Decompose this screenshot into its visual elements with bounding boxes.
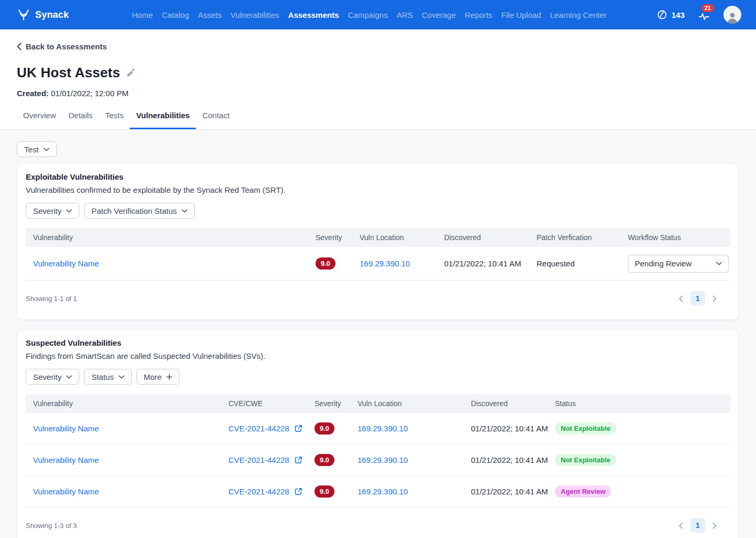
external-link-icon[interactable] bbox=[295, 488, 302, 495]
status-badge: Not Exploitable bbox=[555, 422, 616, 434]
nav-item-ars[interactable]: ARS bbox=[396, 11, 413, 19]
vulnerability-name-link[interactable]: Vulnerability Name bbox=[33, 259, 99, 268]
severity-filter-dropdown[interactable]: Severity bbox=[26, 369, 79, 385]
plus-icon bbox=[166, 374, 172, 380]
page-header: Back to Assessments UK Host Assets Creat… bbox=[0, 29, 756, 130]
suspected-card-title: Suspected Vulnerabilities bbox=[26, 338, 730, 347]
created-date: Created: 01/01/2022; 12:00 PM bbox=[17, 89, 739, 98]
column-header-discovered: Discovered bbox=[471, 399, 555, 408]
pagination-next-button[interactable] bbox=[712, 522, 717, 529]
pagination-page-1[interactable]: 1 bbox=[690, 291, 705, 306]
nav-menu: Home Catalog Assets Vulnerabilities Asse… bbox=[132, 11, 606, 19]
vuln-location-link[interactable]: 169.29.390.10 bbox=[358, 487, 408, 496]
status-badge: Agent Review bbox=[555, 485, 611, 498]
external-link-icon[interactable] bbox=[295, 425, 302, 432]
workflow-status-select[interactable]: Pending Review bbox=[628, 255, 729, 273]
nav-right-controls: 143 21 bbox=[657, 6, 741, 24]
assessment-tabs: Overview Details Tests Vulnerabilities C… bbox=[17, 111, 739, 129]
nav-item-reports[interactable]: Reports bbox=[465, 11, 492, 19]
vuln-location-link[interactable]: 169.29.390.10 bbox=[358, 456, 408, 464]
column-header-discovered: Discovered bbox=[444, 233, 537, 242]
vulnerability-name-link[interactable]: Vulnerability Name bbox=[33, 487, 99, 496]
tab-tests[interactable]: Tests bbox=[99, 111, 130, 129]
nav-item-learning-center[interactable]: Learning Center bbox=[550, 11, 607, 19]
vuln-location-link[interactable]: 169.29.390.10 bbox=[360, 259, 410, 268]
column-header-status: Status bbox=[555, 399, 731, 408]
vulnerability-name-link[interactable]: Vulnerability Name bbox=[33, 424, 99, 433]
chevron-down-icon bbox=[66, 375, 72, 379]
table-row: Vulnerability Name CVE-2021-44228 9.0 16… bbox=[26, 476, 730, 508]
chevron-down-icon bbox=[66, 209, 72, 213]
nav-item-vulnerabilities[interactable]: Vulnerabilities bbox=[230, 11, 279, 19]
severity-filter-label: Severity bbox=[33, 206, 61, 215]
chevron-down-icon bbox=[44, 148, 49, 151]
pagination-prev-button[interactable] bbox=[679, 295, 683, 302]
column-header-severity: Severity bbox=[316, 233, 360, 242]
cve-link[interactable]: CVE-2021-44228 bbox=[228, 424, 289, 433]
discovered-value: 01/21/2022; 10:41 AM bbox=[444, 259, 537, 268]
test-dropdown[interactable]: Test bbox=[17, 141, 57, 157]
column-header-cve-cwe: CVE/CWE bbox=[228, 399, 314, 408]
severity-badge: 9.0 bbox=[314, 485, 334, 498]
chevron-left-icon bbox=[17, 43, 22, 50]
nav-item-home[interactable]: Home bbox=[132, 11, 153, 19]
synack-brand[interactable]: Synack bbox=[17, 8, 69, 22]
notification-badge: 21 bbox=[701, 4, 714, 12]
workflow-status-value: Pending Review bbox=[635, 259, 691, 268]
nav-item-catalog[interactable]: Catalog bbox=[162, 11, 189, 19]
vuln-location-link[interactable]: 169.29.390.10 bbox=[358, 424, 408, 433]
nav-item-assets[interactable]: Assets bbox=[198, 11, 222, 19]
suspected-table-body: Vulnerability Name CVE-2021-44228 9.0 16… bbox=[26, 413, 730, 508]
status-filter-label: Status bbox=[91, 373, 114, 381]
credits-icon bbox=[657, 9, 667, 20]
vulnerability-name-link[interactable]: Vulnerability Name bbox=[33, 456, 99, 464]
exploitable-pagination: 1 bbox=[679, 291, 730, 306]
user-avatar[interactable] bbox=[723, 6, 741, 24]
severity-filter-dropdown[interactable]: Severity bbox=[26, 203, 79, 219]
more-filters-button[interactable]: More bbox=[136, 369, 180, 385]
credits-counter[interactable]: 143 bbox=[657, 9, 685, 20]
main-content: Test Exploitable Vulnerabilities Vulnera… bbox=[0, 130, 756, 538]
pagination-page-1[interactable]: 1 bbox=[690, 518, 705, 533]
status-badge: Not Exploitable bbox=[555, 454, 616, 466]
activity-icon bbox=[698, 12, 710, 21]
edit-title-icon[interactable] bbox=[127, 68, 135, 77]
created-label: Created: bbox=[17, 89, 49, 98]
patch-verification-status-filter-dropdown[interactable]: Patch Verification Status bbox=[84, 203, 195, 219]
exploitable-card-subtitle: Vulnerabilities confirmed to be exploita… bbox=[26, 185, 730, 194]
column-header-severity: Severity bbox=[314, 399, 358, 408]
synack-logo-icon bbox=[17, 8, 30, 22]
pagination-prev-button[interactable] bbox=[679, 522, 683, 529]
suspected-card-subtitle: Findings from SmartScan are called Suspe… bbox=[26, 351, 730, 360]
patch-verification-filter-label: Patch Verification Status bbox=[91, 206, 177, 215]
external-link-icon[interactable] bbox=[295, 456, 302, 464]
back-to-assessments-link[interactable]: Back to Assessments bbox=[17, 42, 107, 51]
notifications-button[interactable]: 21 bbox=[698, 8, 710, 21]
tab-contact[interactable]: Contact bbox=[196, 111, 236, 129]
more-filters-label: More bbox=[144, 373, 162, 381]
cve-link[interactable]: CVE-2021-44228 bbox=[228, 487, 289, 496]
patch-verification-value: Requested bbox=[537, 259, 628, 268]
pagination-next-button[interactable] bbox=[712, 295, 717, 302]
column-header-vulnerability: Vulnerability bbox=[26, 399, 228, 408]
tab-vulnerabilities[interactable]: Vulnerabilities bbox=[130, 111, 196, 129]
chevron-down-icon bbox=[716, 262, 722, 265]
created-value: 01/01/2022; 12:00 PM bbox=[51, 89, 129, 98]
nav-item-campaigns[interactable]: Campaigns bbox=[348, 11, 388, 19]
status-filter-dropdown[interactable]: Status bbox=[84, 369, 132, 385]
severity-filter-label: Severity bbox=[33, 373, 61, 381]
credits-count: 143 bbox=[671, 11, 685, 19]
discovered-value: 01/21/2022; 10:41 AM bbox=[471, 456, 555, 464]
tab-overview[interactable]: Overview bbox=[17, 111, 62, 129]
severity-badge: 9.0 bbox=[316, 257, 335, 270]
nav-item-assessments[interactable]: Assessments bbox=[288, 11, 339, 19]
exploitable-card-title: Exploitable Vulnerabilities bbox=[26, 172, 730, 181]
tab-details[interactable]: Details bbox=[62, 111, 99, 129]
column-header-vulnerability: Vulnerability bbox=[26, 233, 316, 242]
severity-badge: 9.0 bbox=[314, 454, 334, 466]
nav-item-coverage[interactable]: Coverage bbox=[422, 11, 456, 19]
nav-item-file-upload[interactable]: File Upload bbox=[501, 11, 541, 19]
cve-link[interactable]: CVE-2021-44228 bbox=[228, 456, 289, 464]
suspected-showing-text: Showing 1-3 of 3 bbox=[26, 522, 77, 530]
exploitable-showing-text: Showing 1-1 of 1 bbox=[26, 295, 77, 303]
